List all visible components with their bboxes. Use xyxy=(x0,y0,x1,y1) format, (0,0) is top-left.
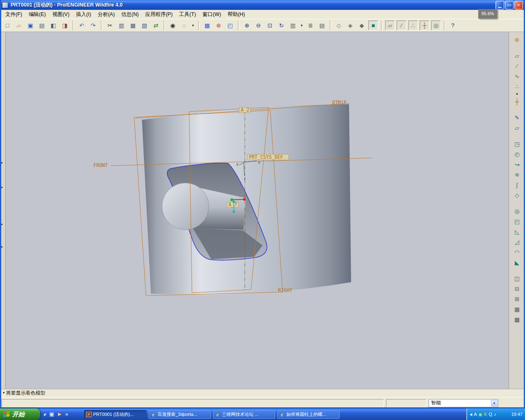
no-hidden-display-button[interactable]: ◆ xyxy=(357,21,367,30)
input-method-icon[interactable]: A xyxy=(474,409,477,420)
ie-quicklaunch-icon[interactable]: e xyxy=(44,409,46,420)
shell-button[interactable]: ◰ xyxy=(512,217,522,226)
paste-special-button[interactable]: ▧ xyxy=(139,21,149,30)
repaint-button[interactable]: ▩ xyxy=(202,21,212,30)
quicklaunch-overflow-chevron[interactable]: » xyxy=(65,409,68,420)
save-button[interactable]: ▣ xyxy=(25,21,35,30)
datum-axis-button[interactable]: ∕ xyxy=(512,62,522,70)
taskbar-task-3d-forum[interactable]: e 三维网技术论坛 ... xyxy=(213,410,275,419)
antivirus-icon[interactable]: ◉ xyxy=(479,409,483,420)
sash-arrow[interactable]: ▸ xyxy=(1,245,3,249)
sketch-plane-button[interactable]: ▱ xyxy=(512,123,522,132)
redo-button[interactable]: ↷ xyxy=(88,21,98,30)
shaded-display-button[interactable]: ■ xyxy=(368,21,378,30)
menu-edit[interactable]: 编辑(E) xyxy=(25,10,49,19)
menu-tools[interactable]: 工具(T) xyxy=(176,10,199,19)
restore-button[interactable]: ▭ xyxy=(505,1,514,9)
open-file-button[interactable]: ▱ xyxy=(14,21,24,30)
datum-label-front[interactable]: FRONT xyxy=(94,162,108,168)
datum-point-dropdown[interactable]: ▾ xyxy=(515,92,519,96)
orient-mode-button[interactable]: ◰ xyxy=(225,21,235,30)
extrude-button[interactable]: ◳ xyxy=(512,139,522,148)
media-player-icon[interactable]: ► xyxy=(57,409,62,420)
utilities-button[interactable]: ▩ xyxy=(512,315,522,324)
mirror-button[interactable]: ◫ xyxy=(512,274,522,283)
close-button[interactable]: × xyxy=(514,1,523,9)
round-button[interactable]: ◠ xyxy=(512,248,522,256)
taskbar-task-cylinder-thread[interactable]: e 如何将圆柱上的螺... xyxy=(277,410,340,419)
refit-button[interactable]: ⊡ xyxy=(265,21,275,30)
selection-filter-button[interactable]: ◌ xyxy=(179,21,189,30)
menu-applications[interactable]: 应用程序(P) xyxy=(142,10,176,19)
smart-select-button[interactable]: ⊛ xyxy=(512,35,522,44)
copy-button[interactable]: ▥ xyxy=(116,21,126,30)
rib-button[interactable]: ◺ xyxy=(512,227,522,236)
erase-display-button[interactable]: ◧ xyxy=(48,21,58,30)
regenerate-button[interactable]: ⇄ xyxy=(151,21,161,30)
wireframe-display-button[interactable]: ◇ xyxy=(334,21,344,30)
sweep-button[interactable]: ↝ xyxy=(512,160,522,169)
taskbar-task-prt0001[interactable]: P PRT0001 (活动的)... xyxy=(84,410,146,419)
menu-file[interactable]: 文件(F) xyxy=(2,10,25,19)
datum-label-dtm1[interactable]: DTM1P xyxy=(332,100,347,105)
datum-planes-toggle[interactable]: ▱ xyxy=(385,21,395,30)
find-button[interactable]: ◉ xyxy=(168,21,178,30)
hide-icons-chevron[interactable]: ◀ xyxy=(470,413,472,416)
boundary-blend-button[interactable]: ≋ xyxy=(512,170,522,179)
3d-model-canvas[interactable]: x y z FRONT DTM1P RIGHT A_2 PRT_CSYS_DEF… xyxy=(6,32,509,389)
merge-button[interactable]: ⊞ xyxy=(512,294,522,303)
sketch-tool-button[interactable]: ✎ xyxy=(512,113,522,122)
saved-views-dropdown[interactable]: ▾ xyxy=(299,21,304,30)
menu-window[interactable]: 窗口(W) xyxy=(199,10,224,19)
revolve-button[interactable]: ◴ xyxy=(512,150,522,158)
warp-button[interactable]: ◇ xyxy=(512,191,522,199)
datum-curve-button[interactable]: ∿ xyxy=(512,72,522,80)
menu-help[interactable]: 帮助(H) xyxy=(224,10,248,19)
print-button[interactable]: ▤ xyxy=(37,21,47,30)
datum-label-right[interactable]: RIGHT xyxy=(278,288,292,293)
sash-arrow[interactable]: ▸ xyxy=(1,161,3,164)
graphics-area[interactable]: x y z FRONT DTM1P RIGHT A_2 PRT_CSYS_DEF… xyxy=(6,32,509,389)
hole-button[interactable]: ◎ xyxy=(512,207,522,215)
datum-points-toggle[interactable]: ∴ xyxy=(408,21,418,30)
minimize-button[interactable]: ▁ xyxy=(495,1,504,9)
menu-analysis[interactable]: 分析(A) xyxy=(94,10,118,19)
view-manager-button[interactable]: ▤ xyxy=(317,21,327,30)
zoom-out-button[interactable]: ⊖ xyxy=(253,21,263,30)
chamfer-button[interactable]: ◣ xyxy=(512,258,522,267)
trim-button[interactable]: ⊟ xyxy=(512,284,522,293)
pattern-button[interactable]: ▦ xyxy=(512,305,522,313)
qq-icon[interactable]: Q xyxy=(488,409,492,420)
combo-dropdown-arrow[interactable]: ▼ xyxy=(491,400,498,406)
coordinate-system-button[interactable]: ┼ xyxy=(512,97,522,106)
axis-tag-a7[interactable]: A_7 xyxy=(227,202,238,208)
menu-view[interactable]: 视图(V) xyxy=(49,10,73,19)
csys-tag[interactable]: PRT_CSYS_DEF xyxy=(247,154,289,160)
zoom-in-button[interactable]: ⊕ xyxy=(242,21,252,30)
delete-old-versions-button[interactable]: ◨ xyxy=(60,21,70,30)
volume-icon[interactable]: ♪ xyxy=(494,409,496,420)
show-desktop-icon[interactable]: ▣ xyxy=(49,409,54,420)
spin-center-button[interactable]: ⊛ xyxy=(214,21,224,30)
selection-filter-combo[interactable]: 智能 ▼ xyxy=(429,399,498,407)
menu-insert[interactable]: 插入(I) xyxy=(73,10,94,19)
title-bar[interactable]: PRT0001 (活动的) - Pro/ENGINEER Wildfire 4.… xyxy=(0,0,525,10)
datum-point-button[interactable]: ∴ xyxy=(512,82,522,91)
paste-button[interactable]: ▦ xyxy=(128,21,138,30)
new-file-button[interactable]: □ xyxy=(2,21,12,30)
draft-button[interactable]: ◿ xyxy=(512,237,522,246)
start-button[interactable]: 开始 xyxy=(0,409,40,420)
sash-arrow[interactable]: ▸ xyxy=(1,186,3,189)
datum-csys-toggle[interactable]: ┼ xyxy=(420,21,429,30)
sash-arrow[interactable]: ▸ xyxy=(1,223,3,226)
datum-plane-button[interactable]: ▱ xyxy=(512,51,522,60)
context-help-button[interactable]: ? xyxy=(448,21,458,30)
menu-info[interactable]: 信息(N) xyxy=(118,10,142,19)
axis-tag-a2[interactable]: A_2 xyxy=(239,107,250,113)
reorient-button[interactable]: ↻ xyxy=(276,21,286,30)
spin-center-toggle[interactable]: ◎ xyxy=(431,21,441,30)
saved-views-button[interactable]: ▥ xyxy=(288,21,298,30)
cut-button[interactable]: ✂ xyxy=(105,21,115,30)
style-button[interactable]: ∫ xyxy=(512,180,522,189)
taskbar-task-baidu-search[interactable]: e 百度搜索_3dporta... xyxy=(148,410,211,419)
